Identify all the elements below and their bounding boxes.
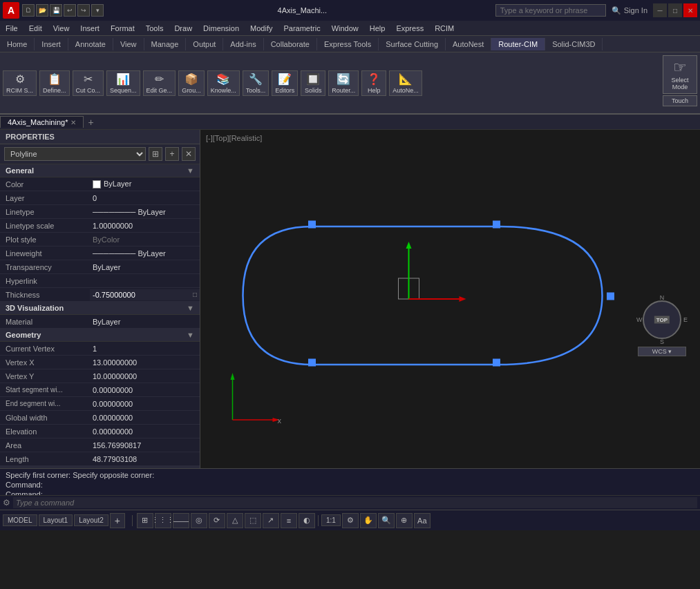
section-geometry[interactable]: Geometry ▼ xyxy=(0,329,200,342)
ribbon-btn-label-9: Solids xyxy=(305,87,322,94)
grid-toggle[interactable]: ⊞ xyxy=(137,513,153,528)
prop-btn-1[interactable]: ⊞ xyxy=(149,147,162,161)
ribbon-btn-8[interactable]: 📝Editors xyxy=(272,70,298,96)
ribbon-btn-10[interactable]: 🔄Router... xyxy=(328,70,359,96)
menu-rcim[interactable]: RCIM xyxy=(429,23,460,34)
ribbon-btn-12[interactable]: 📐AutoNe... xyxy=(389,70,422,96)
open-btn[interactable]: 📂 xyxy=(36,4,48,17)
ribbon-btn-6[interactable]: 📚Knowle... xyxy=(207,70,240,96)
ribbon-tab-1[interactable]: Insert xyxy=(35,38,68,50)
ortho-toggle[interactable]: —— xyxy=(173,513,189,528)
compass-wcs[interactable]: WCS ▾ xyxy=(638,347,686,356)
ribbon-tab-11[interactable]: Router-CIM xyxy=(491,38,545,50)
section-3d-vis[interactable]: 3D Visualization ▼ xyxy=(0,302,200,315)
command-input[interactable] xyxy=(13,497,697,508)
ribbon-tab-3[interactable]: View xyxy=(113,38,144,50)
maximize-btn[interactable]: □ xyxy=(668,3,682,17)
scale-btn[interactable]: 1:1 xyxy=(321,514,341,526)
more-btn[interactable]: ▾ xyxy=(91,4,104,17)
ribbon-btn-5[interactable]: 📦Grou... xyxy=(178,70,205,96)
menu-dimension[interactable]: Dimension xyxy=(198,23,245,34)
menu-express[interactable]: Express xyxy=(390,23,429,34)
transparency-toggle[interactable]: ◐ xyxy=(299,513,315,528)
status-bar: MODEL Layout1 Layout2 + ⊞ ⋮⋮⋮ —— ◎ ⟳ △ ⬚… xyxy=(0,510,700,530)
snap-toggle[interactable]: ⋮⋮⋮ xyxy=(155,513,171,528)
menu-insert[interactable]: Insert xyxy=(75,23,105,34)
model-tab[interactable]: MODEL xyxy=(3,514,37,526)
menu-tools[interactable]: Tools xyxy=(140,23,169,34)
search-input[interactable] xyxy=(495,4,606,17)
ribbon-btn-0[interactable]: ⚙RCIM S... xyxy=(3,70,37,96)
ribbon-tab-12[interactable]: Solid-CIM3D xyxy=(545,38,603,50)
new-tab-btn[interactable]: + xyxy=(84,115,97,129)
touch-btn[interactable]: Touch xyxy=(663,95,697,106)
ribbon-btn-icon-6: 📚 xyxy=(216,73,230,86)
section-misc[interactable]: Misc ▼ xyxy=(0,466,200,468)
quick-access-toolbar: 🗋 📂 💾 ↩ ↪ ▾ xyxy=(22,4,104,17)
section-general[interactable]: General ▼ xyxy=(0,164,200,177)
viewport[interactable]: [-][Top][Realistic] xyxy=(200,130,700,468)
lineweight-toggle[interactable]: ≡ xyxy=(281,513,297,528)
zoom-btn[interactable]: 🔍 xyxy=(378,513,395,528)
menu-format[interactable]: Format xyxy=(105,23,140,34)
osnap-track-toggle[interactable]: △ xyxy=(227,513,243,528)
menu-view[interactable]: View xyxy=(48,23,75,34)
menu-edit[interactable]: Edit xyxy=(23,23,48,34)
polar-toggle[interactable]: ◎ xyxy=(191,513,207,528)
layout1-tab[interactable]: Layout1 xyxy=(39,514,73,526)
menu-modify[interactable]: Modify xyxy=(245,23,278,34)
menu-parametric[interactable]: Parametric xyxy=(278,23,325,34)
ribbon-btn-3[interactable]: 📊Sequen... xyxy=(106,70,140,96)
svg-rect-4 xyxy=(309,359,316,366)
ribbon-tab-4[interactable]: Manage xyxy=(144,38,187,50)
zoom-in-btn[interactable]: ⊕ xyxy=(396,513,413,528)
ribbon-btn-label-3: Sequen... xyxy=(110,87,137,94)
ribbon-tab-2[interactable]: Annotate xyxy=(68,38,113,50)
redo-btn[interactable]: ↪ xyxy=(77,4,90,17)
search-icon[interactable]: 🔍 xyxy=(612,6,621,15)
ribbon-btn-icon-12: 📐 xyxy=(399,73,413,86)
new-btn[interactable]: 🗋 xyxy=(22,4,35,17)
menu-help[interactable]: Help xyxy=(364,23,391,34)
ribbon-tab-7[interactable]: Collaborate xyxy=(264,38,317,50)
undo-btn[interactable]: ↩ xyxy=(64,4,76,17)
add-layout-btn[interactable]: + xyxy=(110,513,125,528)
type-dropdown[interactable]: Polyline xyxy=(4,147,146,161)
sign-in-btn[interactable]: Sign In xyxy=(624,6,647,15)
ribbon-btn-1[interactable]: 📋Define... xyxy=(39,70,70,96)
ribbon-tab-0[interactable]: Home xyxy=(0,38,35,50)
prop-btn-2[interactable]: + xyxy=(165,147,179,161)
settings-btn[interactable]: ⚙ xyxy=(342,513,359,528)
annotation-btn[interactable]: Aa xyxy=(414,513,431,528)
ribbon-btn-7[interactable]: 🔧Tools... xyxy=(243,70,269,96)
ribbon-btn-label-10: Router... xyxy=(332,87,355,94)
close-btn[interactable]: ✕ xyxy=(683,3,697,17)
select-mode-btn[interactable]: ☞ Select Mode xyxy=(663,55,697,94)
doc-tab-active[interactable]: 4Axis_Machining* ✕ xyxy=(0,116,84,128)
save-btn[interactable]: 💾 xyxy=(50,4,62,17)
minimize-btn[interactable]: ─ xyxy=(653,3,667,17)
ribbon-btn-9[interactable]: 🔲Solids xyxy=(301,70,325,96)
layout2-tab[interactable]: Layout2 xyxy=(74,514,108,526)
select-mode-label2: Mode xyxy=(672,84,688,90)
menu-window[interactable]: Window xyxy=(326,23,364,34)
cmd-settings-icon[interactable]: ⚙ xyxy=(3,498,10,508)
prop-btn-3[interactable]: ✕ xyxy=(182,147,196,161)
ribbon-btn-11[interactable]: ❓Help xyxy=(361,70,386,96)
osnap-toggle[interactable]: ⟳ xyxy=(209,513,225,528)
viewport-label: [-][Top][Realistic] xyxy=(206,134,262,142)
ribbon-btn-2[interactable]: ✂Cut Co... xyxy=(73,70,104,96)
ribbon-btn-4[interactable]: ✏Edit Ge... xyxy=(143,70,176,96)
dyn-toggle[interactable]: ↗ xyxy=(263,513,279,528)
doc-tab-close[interactable]: ✕ xyxy=(70,119,76,126)
pan-btn[interactable]: ✋ xyxy=(360,513,377,528)
ribbon-tab-9[interactable]: Surface Cutting xyxy=(379,38,446,50)
ucs-toggle[interactable]: ⬚ xyxy=(245,513,261,528)
property-type-selector: Polyline ⊞ + ✕ xyxy=(0,144,200,164)
menu-file[interactable]: File xyxy=(0,23,23,34)
menu-draw[interactable]: Draw xyxy=(169,23,198,34)
ribbon-tab-6[interactable]: Add-ins xyxy=(223,38,263,50)
ribbon-tab-8[interactable]: Express Tools xyxy=(317,38,379,50)
ribbon-tab-10[interactable]: AutoNest xyxy=(446,38,491,50)
ribbon-tab-5[interactable]: Output xyxy=(186,38,223,50)
